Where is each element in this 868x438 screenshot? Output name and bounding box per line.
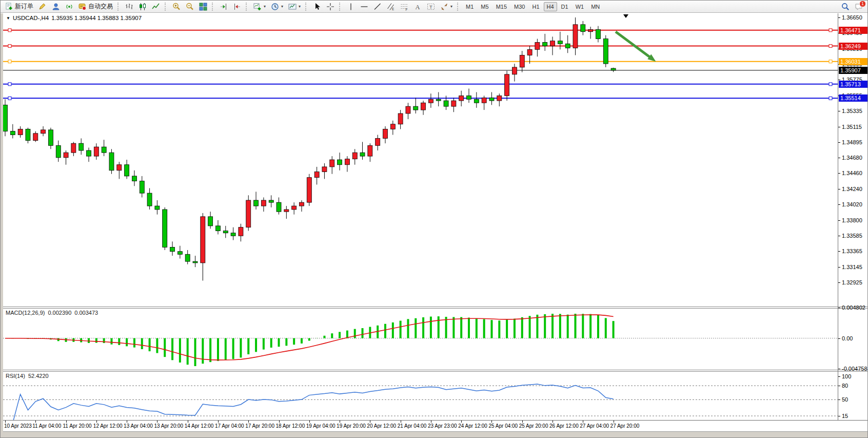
price-chart-panel[interactable]: ▼ USDCAD-,H4 1.35935 1.35944 1.35883 1.3… bbox=[3, 13, 838, 307]
time-tick-label: 12 Apr 12:00 bbox=[93, 423, 123, 429]
cursor-button[interactable] bbox=[311, 1, 323, 12]
templates-button[interactable]: ▾ bbox=[286, 1, 303, 12]
macd-chart[interactable] bbox=[3, 309, 838, 370]
line-handle[interactable] bbox=[829, 45, 832, 48]
auto-scroll-icon bbox=[220, 3, 228, 11]
trend-arrow[interactable] bbox=[616, 32, 652, 59]
candle-body bbox=[79, 143, 84, 150]
macd-panel[interactable]: MACD(12,26,9) 0.002390 0.003473 bbox=[3, 309, 838, 370]
line-price-tag: 1.36031 bbox=[839, 58, 868, 65]
arrows-button[interactable]: ▾ bbox=[438, 1, 455, 12]
timeframe-button-w1[interactable]: W1 bbox=[573, 2, 587, 11]
auto-scroll-button[interactable] bbox=[218, 1, 230, 12]
crosshair-button[interactable] bbox=[324, 1, 337, 12]
time-tick-label: 17 Apr 04:00 bbox=[215, 423, 244, 429]
line-handle[interactable] bbox=[8, 83, 11, 86]
arrows-icon bbox=[440, 3, 448, 11]
indicators-button[interactable]: ▾ bbox=[251, 1, 268, 12]
signals-button[interactable] bbox=[63, 1, 75, 12]
axis-tick bbox=[838, 236, 840, 236]
tile-windows-button[interactable] bbox=[197, 1, 209, 12]
line-handle[interactable] bbox=[829, 83, 832, 86]
channel-button[interactable]: E bbox=[385, 1, 397, 12]
line-handle[interactable] bbox=[8, 45, 11, 48]
line-handle[interactable] bbox=[8, 29, 11, 32]
timeframe-button-h1[interactable]: H1 bbox=[529, 2, 542, 11]
toolbar-separator bbox=[305, 3, 308, 11]
profile-button[interactable] bbox=[50, 1, 62, 12]
axis-tick bbox=[838, 111, 840, 111]
toolbar-separator bbox=[212, 3, 215, 11]
bars-chart-button[interactable] bbox=[123, 1, 135, 12]
metaeditor-button[interactable] bbox=[36, 1, 49, 12]
bid-price-tag: 1.35907 bbox=[839, 67, 868, 74]
notification-badge: 1 bbox=[859, 1, 866, 7]
rsi-chart[interactable] bbox=[3, 372, 838, 420]
candle-body bbox=[185, 254, 190, 261]
text-label-button[interactable]: T bbox=[425, 1, 437, 12]
rsi-line bbox=[5, 384, 614, 420]
time-axis[interactable]: 10 Apr 202311 Apr 04:0011 Apr 20:0012 Ap… bbox=[3, 420, 867, 432]
candle-body bbox=[505, 74, 509, 96]
time-tick-label: 10 Apr 2023 bbox=[4, 423, 32, 429]
time-tick bbox=[218, 421, 219, 423]
candle-body bbox=[413, 106, 418, 110]
one-click-trading-caret-icon[interactable]: ▼ bbox=[6, 16, 10, 21]
candle-body bbox=[482, 98, 486, 103]
line-handle[interactable] bbox=[829, 29, 832, 32]
line-handle[interactable] bbox=[829, 97, 832, 100]
price-tick-label: 1.32925 bbox=[842, 279, 862, 285]
timeframe-button-m15[interactable]: M15 bbox=[493, 2, 510, 11]
price-tick-label: 1.33800 bbox=[842, 217, 862, 223]
cursor-icon bbox=[313, 3, 321, 11]
chevron-down-icon[interactable]: ▾ bbox=[264, 4, 266, 9]
timeframe-button-d1[interactable]: D1 bbox=[558, 2, 571, 11]
candle-body bbox=[550, 41, 555, 46]
timeframe-button-m5[interactable]: M5 bbox=[478, 2, 491, 11]
periods-button[interactable]: ▾ bbox=[269, 1, 285, 12]
autotrading-button[interactable]: 自动交易 bbox=[76, 1, 115, 12]
new-order-button[interactable]: 新订单 bbox=[3, 1, 35, 12]
vertical-line-button[interactable] bbox=[345, 1, 357, 12]
line-handle[interactable] bbox=[829, 60, 832, 63]
chevron-down-icon[interactable]: ▾ bbox=[450, 4, 452, 9]
chart-shift-button[interactable] bbox=[231, 1, 243, 12]
horizontal-line-button[interactable] bbox=[358, 1, 370, 12]
rsi-panel[interactable]: RSI(14) 52.4220 bbox=[3, 372, 838, 420]
fibonacci-button[interactable]: F bbox=[398, 1, 410, 12]
text-button[interactable]: A bbox=[411, 1, 424, 12]
candlestick-chart[interactable] bbox=[3, 13, 838, 307]
macd-signal-value: 0.003473 bbox=[74, 310, 98, 316]
line-handle[interactable] bbox=[8, 97, 11, 100]
time-tick-label: 13 Apr 04:00 bbox=[124, 423, 153, 429]
rsi-tick-label: 100 bbox=[842, 373, 851, 379]
tile-windows-icon bbox=[199, 3, 207, 11]
timeframe-button-mn[interactable]: MN bbox=[588, 2, 603, 11]
candle-body bbox=[26, 129, 30, 140]
crosshair-icon bbox=[326, 3, 334, 11]
macd-tick-label: 0.00 bbox=[842, 335, 853, 341]
trendline-button[interactable] bbox=[371, 1, 384, 12]
window-bottom-edge bbox=[3, 431, 867, 438]
candle-body bbox=[573, 25, 578, 48]
line-handle[interactable] bbox=[8, 60, 11, 63]
timeframe-button-h4[interactable]: H4 bbox=[544, 2, 557, 11]
axis-tick bbox=[838, 386, 840, 386]
candlestick-button[interactable] bbox=[136, 1, 149, 12]
mt4-window: 新订单自动交易▾▾▾EFAT▾M1M5M15M30H1H4D1W1MN1 ▼ U… bbox=[0, 0, 868, 438]
zoom-in-button[interactable] bbox=[170, 1, 183, 12]
axis-tick bbox=[838, 142, 840, 143]
chevron-down-icon[interactable]: ▾ bbox=[299, 4, 301, 9]
candle-body bbox=[520, 55, 524, 67]
chat-button[interactable]: 1 bbox=[853, 1, 865, 12]
chart-shift-marker-icon[interactable] bbox=[623, 14, 628, 18]
zoom-out-button[interactable] bbox=[184, 1, 196, 12]
chevron-down-icon[interactable]: ▾ bbox=[281, 4, 283, 9]
line-chart-button[interactable] bbox=[150, 1, 162, 12]
candle-body bbox=[71, 143, 76, 153]
time-tick-label: 27 Apr 20:00 bbox=[610, 423, 640, 429]
timeframe-button-m1[interactable]: M1 bbox=[463, 2, 477, 11]
search-button[interactable] bbox=[839, 1, 852, 12]
timeframe-button-m30[interactable]: M30 bbox=[511, 2, 528, 11]
time-tick bbox=[5, 421, 6, 423]
